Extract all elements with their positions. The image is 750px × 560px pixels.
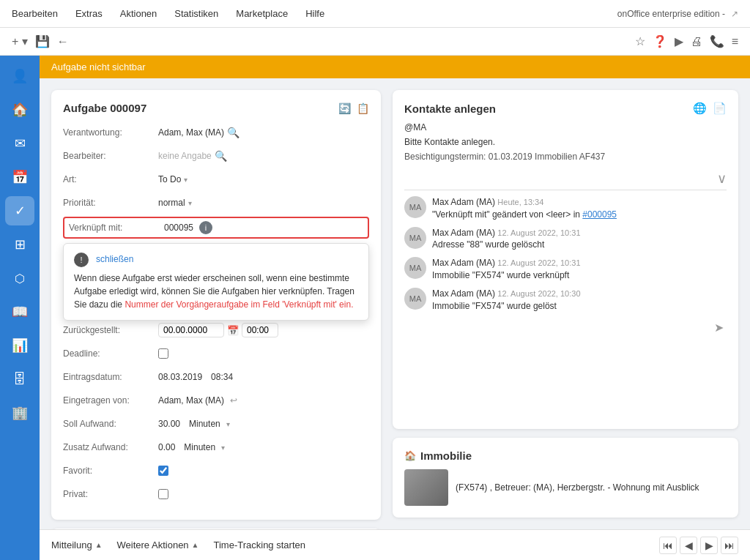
art-row: Art: To Do ▾: [63, 170, 369, 189]
activity-author-2: Max Adam (MA): [432, 228, 495, 238]
sidebar-mail[interactable]: ✉: [5, 129, 34, 158]
activity-link-1[interactable]: #000095: [582, 209, 617, 220]
sidebar-home[interactable]: 🏠: [5, 95, 34, 124]
activity-author-3: Max Adam (MA): [432, 258, 495, 268]
activity-text-3: Max Adam (MA) 12. August 2022, 10:31 Imm…: [432, 257, 581, 282]
task-card-header: Aufgabe 000097 🔄 📋: [63, 102, 369, 114]
nav-hilfe[interactable]: Hilfe: [305, 5, 324, 22]
sidebar-network[interactable]: ⬡: [5, 264, 34, 293]
add-button[interactable]: + ▾: [12, 34, 28, 48]
first-page-button[interactable]: ⏮: [659, 537, 677, 554]
star-icon[interactable]: ☆: [635, 34, 645, 48]
prioritat-text: normal: [158, 198, 185, 208]
property-thumbnail: [404, 469, 448, 506]
expand-button[interactable]: ∨: [717, 171, 727, 187]
prioritat-value: normal ▾: [158, 198, 369, 208]
verknupft-info-icon[interactable]: i: [199, 221, 212, 234]
prioritat-label: Priorität:: [63, 198, 158, 208]
activity-time-3: 12. August 2022, 10:31: [497, 258, 580, 267]
sidebar: 👤 🏠 ✉ 📅 ✓ ⊞ ⬡ 📖 📊 🗄 🏢: [0, 56, 40, 560]
sidebar-book[interactable]: 📖: [5, 297, 34, 326]
soll-aufwand-row: Soll Aufwand: 30.00 Minuten ▾: [63, 414, 369, 433]
prev-page-button[interactable]: ◀: [680, 537, 697, 554]
activity-time-4: 12. August 2022, 10:30: [497, 289, 580, 298]
external-link-icon[interactable]: ↗: [731, 9, 738, 19]
avatar: MA: [404, 288, 426, 310]
favorit-label: Favorit:: [63, 466, 158, 476]
sidebar-data[interactable]: 🗄: [5, 365, 34, 394]
nav-statistiken[interactable]: Statistiken: [174, 5, 218, 22]
activity-item: MA Max Adam (MA) 12. August 2022, 10:31 …: [404, 227, 727, 252]
task-title-icons: 🔄 📋: [338, 102, 369, 114]
activity-author-1: Max Adam (MA): [432, 197, 495, 207]
prioritat-chevron[interactable]: ▾: [188, 199, 192, 207]
property-image: [404, 469, 448, 506]
soll-aufwand-chevron[interactable]: ▾: [226, 420, 230, 428]
back-button[interactable]: ←: [57, 35, 69, 48]
weitere-aktionen-button[interactable]: Weitere Aktionen ▲: [117, 540, 199, 550]
sidebar-stats[interactable]: 📊: [5, 331, 34, 360]
soll-aufwand-label: Soll Aufwand:: [63, 419, 158, 429]
verantwortung-search-icon[interactable]: 🔍: [227, 127, 240, 138]
bearbeiter-search-icon[interactable]: 🔍: [215, 150, 227, 162]
activity-divider: [404, 190, 727, 190]
print-icon[interactable]: 🖨: [691, 35, 702, 48]
weitere-aktionen-label: Weitere Aktionen: [117, 540, 189, 550]
nav-bearbeiten[interactable]: Bearbeiten: [12, 5, 58, 22]
edition-label: onOffice enterprise edition -: [617, 9, 725, 19]
zuruckgestellt-label: Zurückgestellt:: [63, 325, 158, 335]
sidebar-building[interactable]: 🏢: [5, 398, 34, 428]
deadline-value: [158, 348, 369, 359]
nav-extras[interactable]: Extras: [75, 5, 103, 22]
favorit-checkbox[interactable]: [158, 466, 168, 476]
soll-aufwand-text: 30.00: [158, 419, 180, 429]
activity-body-2: Adresse "88" wurde gelöscht: [432, 239, 544, 250]
eingetragen-row: Eingetragen von: Adam, Max (MA) ↩: [63, 391, 369, 410]
zuruckgestellt-time-input[interactable]: [242, 323, 278, 337]
tooltip-close-button[interactable]: schließen: [96, 253, 133, 266]
sidebar-grid[interactable]: ⊞: [5, 230, 34, 259]
help-icon[interactable]: ❓: [653, 34, 667, 48]
save-button[interactable]: 💾: [35, 34, 50, 48]
immobilie-content: (FX574) , Betreuer: (MA), Herzbergstr. -…: [404, 469, 727, 506]
globe-icon[interactable]: 🌐: [693, 102, 707, 115]
menu-icon[interactable]: ≡: [732, 35, 738, 48]
sidebar-tasks[interactable]: ✓: [5, 196, 34, 225]
deadline-checkbox[interactable]: [158, 348, 168, 359]
zuruckgestellt-calendar-icon[interactable]: 📅: [227, 325, 239, 336]
tooltip-highlight: Nummer der Vorgängeraufgabe im Feld 'Ver…: [125, 299, 353, 310]
refresh-icon[interactable]: 🔄: [338, 102, 351, 114]
eingetragen-action-icon[interactable]: ↩: [230, 395, 237, 406]
eintragsdatum-label: Eintragsdatum:: [63, 372, 158, 382]
activity-body-1: "Verknüpft mit" geändert von <leer> in: [432, 209, 582, 220]
zusatz-aufwand-row: Zusatz Aufwand: 0.00 Minuten ▾: [63, 438, 369, 457]
phone-icon[interactable]: 📞: [710, 34, 724, 48]
nav-marketplace[interactable]: Marketplace: [236, 5, 288, 22]
next-page-button[interactable]: ▶: [700, 537, 718, 554]
last-page-button[interactable]: ⏭: [721, 537, 738, 554]
task-title: Aufgabe 000097: [63, 102, 146, 114]
document-icon[interactable]: 📄: [713, 102, 727, 115]
copy-icon[interactable]: 📋: [357, 102, 369, 114]
house-icon: 🏠: [404, 450, 416, 461]
toolbar-left: + ▾ 💾 ←: [12, 34, 626, 48]
sidebar-calendar[interactable]: 📅: [5, 163, 34, 192]
mitteilung-button[interactable]: Mitteilung ▲: [51, 540, 103, 550]
zusatz-aufwand-unit: Minuten: [184, 442, 215, 452]
zusatz-aufwand-chevron[interactable]: ▾: [221, 444, 225, 452]
sidebar-contacts[interactable]: 👤: [5, 61, 34, 91]
play-icon[interactable]: ▶: [675, 34, 683, 48]
send-button[interactable]: ➤: [711, 318, 727, 337]
time-tracking-label: Time-Tracking starten: [214, 540, 305, 550]
nav-aktionen[interactable]: Aktionen: [120, 5, 157, 22]
art-chevron[interactable]: ▾: [184, 176, 188, 184]
avatar: MA: [404, 196, 426, 218]
activity-text-4: Max Adam (MA) 12. August 2022, 10:30 Imm…: [432, 288, 581, 313]
immobilie-card: 🏠 Immobilie (FX574) , Betreuer: (MA), He…: [393, 438, 738, 518]
favorit-row: Favorit:: [63, 461, 369, 480]
privat-checkbox[interactable]: [158, 489, 168, 499]
immobilie-header: 🏠 Immobilie: [404, 449, 727, 462]
zuruckgestellt-date-input[interactable]: [158, 323, 224, 337]
tooltip-box: ! schließen Wenn diese Aufgabe erst wied…: [63, 243, 369, 321]
time-tracking-button[interactable]: Time-Tracking starten: [214, 540, 305, 550]
